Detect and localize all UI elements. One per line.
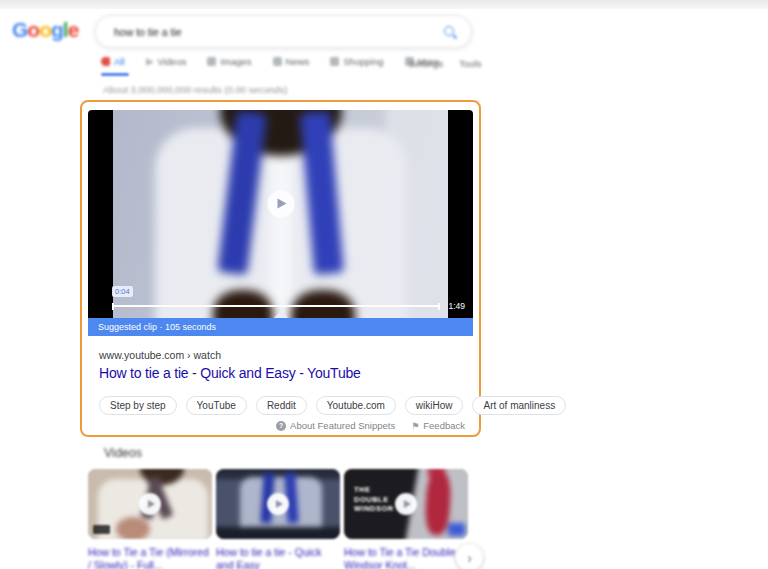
tab-label: All bbox=[114, 56, 125, 67]
tab-shopping[interactable]: Shopping bbox=[330, 56, 383, 67]
logo-letter: o bbox=[27, 18, 39, 42]
about-featured-snippets-label: About Featured Snippets bbox=[290, 420, 395, 431]
shirt-placket-shape bbox=[270, 144, 292, 318]
chip-art-of-manliness[interactable]: Art of manliness bbox=[472, 396, 566, 415]
tab-videos[interactable]: Videos bbox=[146, 56, 187, 67]
tabs-right-group: Settings Tools bbox=[409, 58, 482, 69]
help-icon: ? bbox=[276, 421, 286, 431]
logo-letter: G bbox=[12, 18, 27, 42]
result-type-tabs: All Videos Images News Shopping More bbox=[101, 56, 439, 67]
news-icon bbox=[273, 57, 282, 66]
video-title-link-2[interactable]: How to tie a tie - Quick and Easy bbox=[216, 546, 340, 569]
tab-label: Shopping bbox=[343, 56, 383, 67]
tab-label: Videos bbox=[158, 56, 187, 67]
about-featured-snippets-link[interactable]: ? About Featured Snippets bbox=[276, 420, 395, 431]
suggested-clip-bar: Suggested clip · 105 seconds bbox=[88, 318, 473, 336]
google-serp-page: Google All Videos Images News Shopping bbox=[0, 0, 768, 569]
timeline-start-tick bbox=[112, 303, 114, 310]
logo-letter: g bbox=[51, 18, 63, 42]
logo-letter: e bbox=[68, 18, 79, 42]
videos-icon bbox=[146, 58, 154, 66]
duration-badge bbox=[93, 525, 110, 534]
video-title-link-1[interactable]: How to Tie a Tie (Mirrored / Slowly) - F… bbox=[88, 546, 212, 569]
related-chips-row: Step by step YouTube Reddit Youtube.com … bbox=[99, 396, 473, 415]
feedback-link[interactable]: ⚑ Feedback bbox=[411, 420, 465, 431]
video-thumbnail-2[interactable] bbox=[216, 469, 340, 539]
video-timeline[interactable] bbox=[112, 305, 440, 307]
suggested-clip-caret bbox=[274, 311, 288, 318]
channel-logo-badge bbox=[448, 523, 465, 536]
chevron-right-icon: › bbox=[467, 550, 472, 566]
images-icon bbox=[207, 57, 216, 66]
logo-letter: o bbox=[39, 18, 51, 42]
hand-shape bbox=[116, 517, 150, 539]
snippet-body: www.youtube.com › watch How to tie a tie… bbox=[88, 336, 473, 415]
feedback-label: Feedback bbox=[423, 420, 465, 431]
videos-section-heading: Videos bbox=[104, 446, 142, 460]
search-input[interactable] bbox=[112, 25, 443, 39]
search-bar[interactable] bbox=[95, 15, 472, 48]
current-time-badge: 0:04 bbox=[112, 286, 133, 297]
carousel-next-button[interactable]: › bbox=[456, 544, 483, 569]
shopping-icon bbox=[330, 57, 339, 66]
chip-step-by-step[interactable]: Step by step bbox=[99, 396, 177, 415]
tab-label: News bbox=[286, 56, 310, 67]
play-button[interactable] bbox=[395, 493, 417, 515]
play-icon bbox=[404, 500, 411, 508]
google-logo[interactable]: Google bbox=[12, 18, 78, 42]
video-duration: 1:49 bbox=[448, 301, 465, 311]
video-player[interactable]: 0:04 1:49 bbox=[88, 110, 473, 318]
search-icon[interactable] bbox=[443, 25, 457, 39]
featured-snippet-card: 0:04 1:49 Suggested clip · 105 seconds w… bbox=[80, 100, 481, 437]
play-icon bbox=[276, 500, 283, 508]
chip-youtube[interactable]: YouTube bbox=[186, 396, 247, 415]
video-title-link-3[interactable]: How to Tie a Tie Double Windsor Knot... bbox=[344, 546, 468, 569]
video-thumbnail-1[interactable] bbox=[88, 469, 212, 539]
tab-all[interactable]: All bbox=[101, 56, 125, 67]
chip-wikihow[interactable]: wikiHow bbox=[405, 396, 464, 415]
snippet-footer: ? About Featured Snippets ⚑ Feedback bbox=[276, 420, 465, 431]
chip-youtube-com[interactable]: Youtube.com bbox=[316, 396, 396, 415]
timeline-end-tick bbox=[438, 303, 440, 310]
active-tab-underline bbox=[101, 73, 129, 76]
search-icon bbox=[101, 57, 110, 66]
tab-images[interactable]: Images bbox=[207, 56, 251, 67]
tools-button[interactable]: Tools bbox=[459, 58, 481, 69]
result-url[interactable]: www.youtube.com › watch bbox=[99, 349, 473, 361]
video-carousel: THE DOUBLE WINDSOR bbox=[88, 469, 468, 539]
search-icon-handle bbox=[452, 34, 456, 38]
play-button[interactable] bbox=[139, 493, 161, 515]
play-icon bbox=[277, 199, 286, 209]
results-stats: About 3,000,000,000 results (0.00 second… bbox=[103, 84, 287, 95]
video-thumbnail-3[interactable]: THE DOUBLE WINDSOR bbox=[344, 469, 468, 539]
tab-label: Images bbox=[220, 56, 251, 67]
dark-band bbox=[216, 527, 340, 539]
play-icon bbox=[148, 500, 155, 508]
play-button[interactable] bbox=[267, 493, 289, 515]
chip-reddit[interactable]: Reddit bbox=[256, 396, 307, 415]
tab-news[interactable]: News bbox=[273, 56, 310, 67]
result-title-link[interactable]: How to tie a tie - Quick and Easy - YouT… bbox=[99, 365, 473, 381]
settings-button[interactable]: Settings bbox=[409, 58, 443, 69]
video-titles-row: How to Tie a Tie (Mirrored / Slowly) - F… bbox=[88, 546, 468, 569]
play-button[interactable] bbox=[267, 190, 294, 217]
flag-icon: ⚑ bbox=[411, 421, 419, 431]
window-top-edge bbox=[0, 0, 768, 9]
